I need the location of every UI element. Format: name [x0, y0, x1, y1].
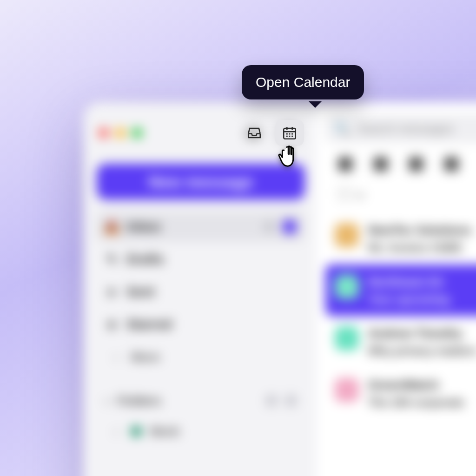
sent-icon: ➤ [105, 285, 118, 298]
window-zoom-button[interactable] [132, 128, 142, 138]
avatar [335, 275, 359, 299]
add-folder-button[interactable] [266, 395, 277, 406]
folder-settings-button[interactable] [285, 395, 297, 406]
calendar-view-button[interactable] [275, 120, 304, 146]
sidebar-item-inbox[interactable]: 📥 Inbox [97, 212, 305, 242]
more-icon[interactable] [444, 157, 458, 171]
sidebar-nav: 📥 Inbox ✎ Drafts ➤ Sent ★ Starred [97, 212, 305, 446]
trash-icon[interactable] [374, 157, 388, 171]
avatar [335, 223, 359, 247]
sidebar-item-starred[interactable]: ★ Starred [97, 310, 305, 339]
select-all-row[interactable] [325, 183, 476, 203]
message-subject: Why privacy matters [368, 344, 476, 357]
unread-badge [283, 220, 297, 234]
count-muted [264, 222, 274, 232]
message-list: NewTec Solutions Re: Invoice #1805 North… [325, 213, 476, 419]
message-sender: Northeast Air [368, 275, 449, 289]
sidebar-item-label: Starred [126, 317, 172, 332]
traffic-lights [99, 128, 142, 138]
app-window: New message 📥 Inbox ✎ Drafts ➤ Sent [84, 102, 476, 476]
message-pane: 🔍 Search messages NewTec Solutions Re: [316, 102, 476, 476]
sidebar-item-more[interactable]: › More [97, 342, 305, 372]
sidebar-item-label: Inbox [126, 219, 161, 234]
sidebar-item-drafts[interactable]: ✎ Drafts [97, 245, 305, 274]
sidebar-item-label: More [131, 350, 160, 364]
calendar-icon [282, 125, 298, 141]
message-sender: Andrew Timothy [368, 326, 476, 341]
compose-icon[interactable] [338, 157, 352, 171]
star-icon: ★ [105, 318, 118, 331]
sidebar-item-sent[interactable]: ➤ Sent [97, 277, 305, 307]
chevron-right-icon: › [110, 425, 123, 438]
folders-header-row[interactable]: › Folders [97, 388, 305, 414]
message-subject: Your upcoming [368, 293, 449, 306]
sidebar-item-label: Drafts [126, 252, 164, 267]
new-message-button[interactable]: New message [97, 164, 305, 200]
message-sender: GreenWatch [368, 378, 464, 392]
drafts-icon: ✎ [105, 253, 118, 266]
folder-color-dot [131, 426, 141, 436]
search-input[interactable]: 🔍 Search messages [325, 114, 476, 143]
window-titlebar [97, 116, 305, 154]
message-subject: The 100 corporate [368, 396, 464, 409]
mail-view-button[interactable] [240, 120, 269, 146]
sidebar-item-label: Sent [126, 284, 155, 299]
message-subject: Re: Invoice #1805 [368, 241, 471, 254]
window-minimize-button[interactable] [115, 128, 126, 138]
new-message-label: New message [149, 173, 253, 191]
message-row[interactable]: Andrew Timothy Why privacy matters [325, 316, 476, 368]
message-row[interactable]: GreenWatch The 100 corporate [325, 368, 476, 419]
window-close-button[interactable] [99, 128, 109, 138]
search-placeholder: Search messages [357, 122, 454, 136]
inbox-icon [246, 125, 262, 141]
folder-item-work[interactable]: › Work [97, 416, 305, 446]
search-icon: 🔍 [335, 122, 350, 136]
avatar [335, 326, 359, 350]
folders-header-label: Folders [118, 394, 161, 408]
chevron-right-icon: › [110, 350, 123, 364]
folder-label: Work [150, 424, 180, 439]
message-row[interactable]: Northeast Air Your upcoming [325, 264, 476, 316]
archive-icon[interactable] [409, 157, 423, 171]
message-toolbar [325, 153, 476, 173]
select-dropdown-icon[interactable] [356, 189, 365, 198]
avatar [335, 378, 359, 402]
message-row[interactable]: NewTec Solutions Re: Invoice #1805 [325, 213, 476, 264]
chevron-right-icon: › [105, 394, 109, 408]
inbox-icon: 📥 [105, 220, 118, 233]
select-all-checkbox[interactable] [338, 188, 350, 200]
message-sender: NewTec Solutions [368, 223, 471, 238]
sidebar: New message 📥 Inbox ✎ Drafts ➤ Sent [84, 102, 316, 476]
